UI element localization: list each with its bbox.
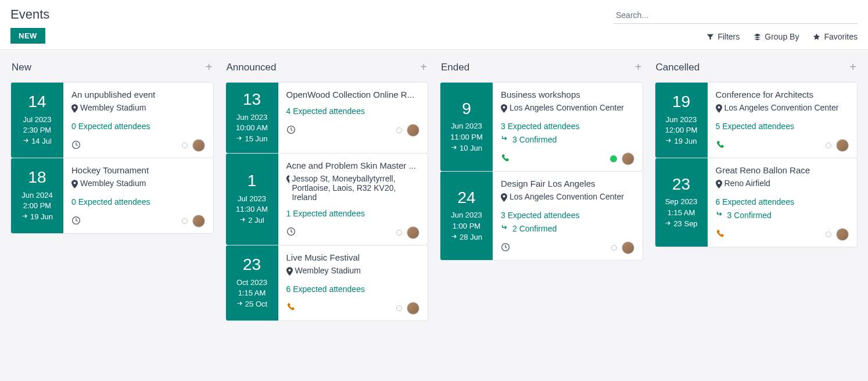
card-body: Live Music FestivalWembley Stadium6 Expe…: [278, 245, 428, 321]
card-footer: [71, 215, 205, 227]
avatar[interactable]: [407, 302, 419, 315]
avatar[interactable]: [192, 139, 205, 152]
new-button[interactable]: NEW: [10, 28, 45, 44]
date-time: 1:00 PM: [453, 221, 480, 232]
card-footer-right: [610, 152, 634, 165]
column-header: New+: [10, 60, 214, 74]
card-date-block: 23Oct 20231:15 AM25 Oct: [226, 245, 278, 321]
filter-row: Filters Group By Favorites: [706, 32, 858, 41]
activity-clock-icon: [286, 125, 296, 136]
card-date-block: 14Jul 20232:30 PM14 Jul: [11, 83, 63, 158]
event-card[interactable]: 18Jun 20242:00 PM19 JunHockey Tournament…: [10, 158, 214, 234]
column-cards: 19Jun 202312:00 PM19 JunConference for A…: [655, 82, 858, 247]
date-day: 9: [462, 100, 471, 118]
pin-icon: [716, 179, 722, 190]
activity-phone-icon: [716, 229, 725, 240]
status-dot[interactable]: [182, 143, 188, 148]
status-dot[interactable]: [826, 143, 831, 148]
card-location: Wembley Stadium: [71, 103, 205, 115]
arrow-right-icon: [665, 136, 672, 147]
card-confirmed: 3 Confirmed: [501, 134, 634, 144]
card-attendees: 3 Expected attendees: [501, 122, 634, 131]
favorites-label: Favorites: [824, 32, 858, 41]
date-month: Jun 2023: [451, 121, 482, 131]
card-body: OpenWood Collection Online R...4 Expecte…: [278, 83, 428, 153]
card-location: Los Angeles Convention Center: [501, 103, 634, 115]
star-icon: [813, 33, 820, 41]
card-date-block: 18Jun 20242:00 PM19 Jun: [11, 158, 63, 233]
date-time: 1:15 AM: [238, 288, 266, 298]
card-date-block: 13Jun 202310:00 AM15 Jun: [226, 83, 278, 153]
event-card[interactable]: 23Oct 20231:15 AM25 OctLive Music Festiv…: [225, 245, 429, 321]
card-date-block: 9Jun 202311:00 PM10 Jun: [440, 83, 493, 171]
card-footer: [501, 241, 634, 254]
add-card-button[interactable]: +: [206, 60, 213, 74]
column-title: New: [12, 62, 31, 73]
card-attendees: 6 Expected attendees: [286, 284, 420, 294]
avatar[interactable]: [407, 226, 419, 239]
date-day: 23: [243, 256, 261, 274]
event-card[interactable]: 23Sep 20231:15 AM23 SepGreat Reno Ballon…: [655, 158, 858, 247]
card-date-block: 23Sep 20231:15 AM23 Sep: [655, 158, 708, 247]
status-dot[interactable]: [826, 232, 831, 237]
status-dot[interactable]: [611, 245, 617, 251]
avatar[interactable]: [192, 215, 205, 227]
arrow-right-icon: [21, 211, 28, 223]
event-card[interactable]: 9Jun 202311:00 PM10 JunBusiness workshop…: [440, 82, 643, 172]
event-card[interactable]: 1Jul 202311:30 AM2 JulAcne and Problem S…: [225, 153, 429, 245]
card-footer-right: [611, 241, 634, 254]
groupby-button[interactable]: Group By: [754, 32, 799, 41]
activity-phone-icon: [286, 302, 296, 314]
date-time: 2:00 PM: [23, 201, 51, 211]
event-card[interactable]: 24Jun 20231:00 PM28 JunDesign Fair Los A…: [440, 171, 643, 261]
avatar[interactable]: [407, 124, 419, 137]
avatar[interactable]: [622, 152, 634, 165]
status-dot[interactable]: [396, 127, 402, 133]
column-header: Ended+: [440, 60, 643, 74]
card-title: Hockey Tournament: [71, 165, 205, 175]
activity-phone-icon: [716, 140, 725, 151]
date-time: 2:30 PM: [23, 125, 51, 136]
card-title: Great Reno Ballon Race: [716, 165, 849, 175]
card-title: Business workshops: [501, 90, 634, 99]
card-footer: [716, 139, 849, 152]
arrow-right-icon: [239, 215, 246, 226]
topbar-right: Filters Group By Favorites: [614, 7, 858, 44]
event-card[interactable]: 13Jun 202310:00 AM15 JunOpenWood Collect…: [225, 82, 429, 154]
status-dot[interactable]: [396, 305, 402, 311]
status-dot[interactable]: [182, 218, 188, 224]
sub-arrow-icon: [716, 210, 724, 220]
topbar: Events NEW Filters Group By Favorites: [0, 0, 868, 50]
status-dot[interactable]: [396, 230, 402, 236]
date-end: 28 Jun: [451, 232, 482, 243]
card-footer-right: [396, 302, 419, 315]
card-attendees: 0 Expected attendees: [71, 122, 205, 131]
card-location: Los Angeles Convention Center: [501, 192, 634, 204]
column-header: Cancelled+: [655, 60, 858, 74]
event-card[interactable]: 14Jul 20232:30 PM14 JulAn unpublished ev…: [10, 82, 214, 158]
date-month: Jun 2023: [666, 115, 697, 125]
kanban-column: Ended+9Jun 202311:00 PM10 JunBusiness wo…: [440, 60, 643, 260]
pin-icon: [286, 266, 293, 277]
date-day: 14: [28, 93, 46, 111]
filters-button[interactable]: Filters: [706, 32, 740, 41]
favorites-button[interactable]: Favorites: [813, 32, 858, 41]
date-month: Oct 2023: [236, 277, 267, 288]
card-confirmed: 2 Confirmed: [501, 223, 634, 233]
avatar[interactable]: [836, 139, 849, 152]
date-month: Jun 2023: [236, 112, 268, 123]
search-input[interactable]: [614, 7, 858, 24]
card-attendees: 6 Expected attendees: [716, 197, 849, 206]
avatar[interactable]: [836, 228, 849, 241]
card-attendees: 5 Expected attendees: [716, 122, 849, 131]
card-location: Los Angeles Convention Center: [716, 103, 849, 115]
add-card-button[interactable]: +: [849, 60, 856, 74]
add-card-button[interactable]: +: [420, 60, 427, 74]
event-card[interactable]: 19Jun 202312:00 PM19 JunConference for A…: [655, 82, 858, 158]
page-title: Events: [10, 7, 49, 22]
card-date-block: 1Jul 202311:30 AM2 Jul: [226, 154, 278, 245]
card-body: Hockey TournamentWembley Stadium0 Expect…: [63, 158, 213, 233]
add-card-button[interactable]: +: [635, 60, 642, 74]
avatar[interactable]: [622, 241, 634, 254]
status-dot[interactable]: [610, 155, 617, 162]
